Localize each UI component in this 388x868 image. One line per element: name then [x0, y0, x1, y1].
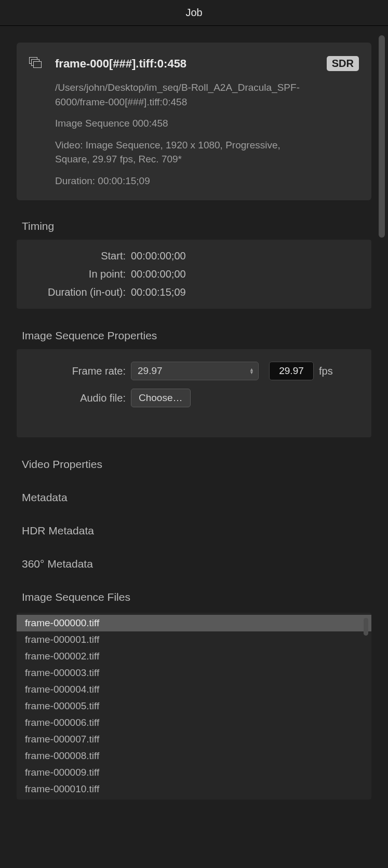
- start-label: Start:: [27, 250, 131, 262]
- files-scrollbar[interactable]: [364, 618, 368, 636]
- framerate-select[interactable]: 29.97 ▲▼: [131, 362, 259, 380]
- duration-value[interactable]: 00:00:15;09: [131, 286, 186, 298]
- file-row[interactable]: frame-000000.tiff: [17, 615, 371, 631]
- file-row[interactable]: frame-000002.tiff: [17, 648, 371, 665]
- fps-label: fps: [319, 365, 333, 377]
- file-row[interactable]: frame-000005.tiff: [17, 698, 371, 714]
- job-sequence: Image Sequence 000:458: [55, 116, 359, 131]
- job-duration: Duration: 00:00:15;09: [55, 174, 359, 188]
- file-row[interactable]: frame-000006.tiff: [17, 714, 371, 731]
- duration-label: Duration (in-out):: [27, 286, 131, 298]
- 360-metadata-header[interactable]: 360° Metadata: [22, 558, 371, 570]
- content-area: frame-000[###].tiff:0:458 SDR /Users/joh…: [0, 26, 388, 868]
- image-sequence-files-header[interactable]: Image Sequence Files: [22, 591, 371, 603]
- file-row[interactable]: frame-000004.tiff: [17, 681, 371, 698]
- job-summary-card: frame-000[###].tiff:0:458 SDR /Users/joh…: [17, 43, 371, 200]
- stepper-icon: ▲▼: [249, 368, 254, 374]
- file-row[interactable]: frame-000008.tiff: [17, 748, 371, 764]
- image-sequence-icon: [29, 56, 47, 68]
- title-text: Job: [185, 7, 202, 19]
- framerate-label: Frame rate:: [27, 365, 131, 377]
- file-row[interactable]: frame-000003.tiff: [17, 665, 371, 681]
- files-list: frame-000000.tiff frame-000001.tiff fram…: [17, 613, 371, 800]
- timing-header[interactable]: Timing: [22, 220, 371, 232]
- timing-panel: Start: 00:00:00;00 In point: 00:00:00;00…: [17, 240, 371, 309]
- main-scrollbar[interactable]: [379, 35, 385, 238]
- audio-file-label: Audio file:: [27, 392, 131, 404]
- job-video-info: Video: Image Sequence, 1920 x 1080, Prog…: [55, 138, 304, 167]
- window-title: Job: [0, 0, 388, 26]
- framerate-select-value: 29.97: [138, 365, 163, 377]
- file-row[interactable]: frame-000010.tiff: [17, 781, 371, 797]
- choose-button-label: Choose…: [139, 392, 183, 404]
- in-point-value[interactable]: 00:00:00;00: [131, 268, 186, 280]
- file-row[interactable]: frame-000007.tiff: [17, 731, 371, 748]
- choose-audio-button[interactable]: Choose…: [131, 389, 191, 407]
- video-properties-header[interactable]: Video Properties: [22, 458, 371, 471]
- job-path: /Users/john/Desktop/im_seq/B-Roll_A2A_Dr…: [55, 80, 304, 109]
- framerate-input[interactable]: [269, 362, 314, 380]
- file-row[interactable]: frame-000009.tiff: [17, 764, 371, 781]
- image-sequence-properties-panel: Frame rate: 29.97 ▲▼ fps Audio file: Cho…: [17, 349, 371, 437]
- image-sequence-properties-header[interactable]: Image Sequence Properties: [22, 329, 371, 342]
- sdr-badge: SDR: [327, 56, 359, 71]
- start-value[interactable]: 00:00:00;00: [131, 250, 186, 262]
- job-filename: frame-000[###].tiff:0:458: [55, 57, 186, 71]
- file-row[interactable]: frame-000001.tiff: [17, 631, 371, 648]
- hdr-metadata-header[interactable]: HDR Metadata: [22, 525, 371, 537]
- metadata-header[interactable]: Metadata: [22, 491, 371, 504]
- in-point-label: In point:: [27, 268, 131, 280]
